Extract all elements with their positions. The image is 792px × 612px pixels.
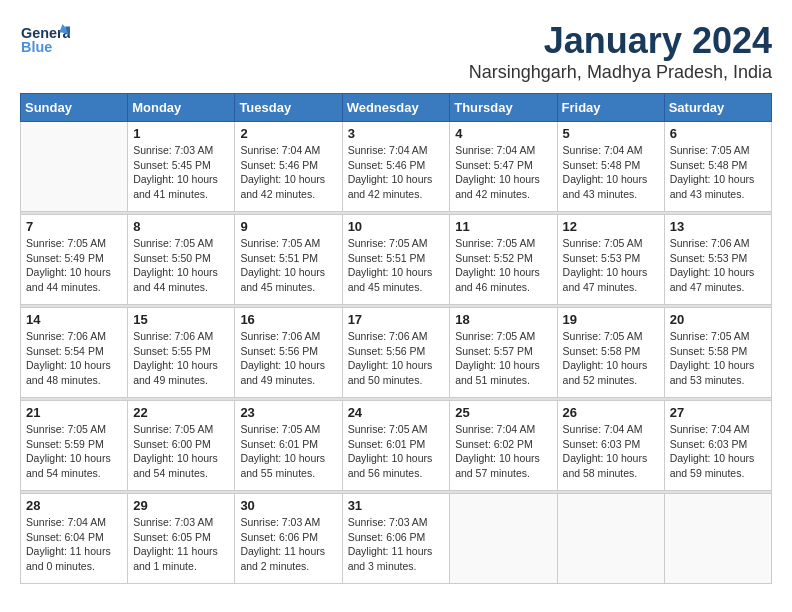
day-number: 12 <box>563 219 659 234</box>
header-thursday: Thursday <box>450 94 557 122</box>
day-number: 3 <box>348 126 445 141</box>
cell-info: Sunrise: 7:03 AMSunset: 6:06 PMDaylight:… <box>240 515 336 574</box>
cell-info: Sunrise: 7:05 AMSunset: 5:52 PMDaylight:… <box>455 236 551 295</box>
day-number: 13 <box>670 219 766 234</box>
cell-info: Sunrise: 7:03 AMSunset: 6:06 PMDaylight:… <box>348 515 445 574</box>
table-row: 25 Sunrise: 7:04 AMSunset: 6:02 PMDaylig… <box>450 401 557 491</box>
day-number: 21 <box>26 405 122 420</box>
table-row: 15 Sunrise: 7:06 AMSunset: 5:55 PMDaylig… <box>128 308 235 398</box>
cell-info: Sunrise: 7:05 AMSunset: 5:50 PMDaylight:… <box>133 236 229 295</box>
table-row: 27 Sunrise: 7:04 AMSunset: 6:03 PMDaylig… <box>664 401 771 491</box>
day-number: 1 <box>133 126 229 141</box>
cell-info: Sunrise: 7:04 AMSunset: 5:46 PMDaylight:… <box>240 143 336 202</box>
table-row: 19 Sunrise: 7:05 AMSunset: 5:58 PMDaylig… <box>557 308 664 398</box>
day-number: 17 <box>348 312 445 327</box>
cell-info: Sunrise: 7:03 AMSunset: 5:45 PMDaylight:… <box>133 143 229 202</box>
title-section: January 2024 Narsinghgarh, Madhya Prades… <box>469 20 772 83</box>
cell-info: Sunrise: 7:05 AMSunset: 5:53 PMDaylight:… <box>563 236 659 295</box>
day-number: 18 <box>455 312 551 327</box>
table-row: 11 Sunrise: 7:05 AMSunset: 5:52 PMDaylig… <box>450 215 557 305</box>
calendar-subtitle: Narsinghgarh, Madhya Pradesh, India <box>469 62 772 83</box>
day-number: 8 <box>133 219 229 234</box>
cell-info: Sunrise: 7:06 AMSunset: 5:55 PMDaylight:… <box>133 329 229 388</box>
cell-info: Sunrise: 7:05 AMSunset: 6:01 PMDaylight:… <box>240 422 336 481</box>
table-row: 29 Sunrise: 7:03 AMSunset: 6:05 PMDaylig… <box>128 494 235 584</box>
day-number: 15 <box>133 312 229 327</box>
table-row: 14 Sunrise: 7:06 AMSunset: 5:54 PMDaylig… <box>21 308 128 398</box>
cell-info: Sunrise: 7:06 AMSunset: 5:56 PMDaylight:… <box>348 329 445 388</box>
table-row: 17 Sunrise: 7:06 AMSunset: 5:56 PMDaylig… <box>342 308 450 398</box>
table-row: 2 Sunrise: 7:04 AMSunset: 5:46 PMDayligh… <box>235 122 342 212</box>
day-number: 16 <box>240 312 336 327</box>
cell-info: Sunrise: 7:04 AMSunset: 5:48 PMDaylight:… <box>563 143 659 202</box>
svg-text:Blue: Blue <box>21 39 52 55</box>
day-number: 30 <box>240 498 336 513</box>
header-tuesday: Tuesday <box>235 94 342 122</box>
calendar-title: January 2024 <box>469 20 772 62</box>
day-number: 6 <box>670 126 766 141</box>
table-row: 4 Sunrise: 7:04 AMSunset: 5:47 PMDayligh… <box>450 122 557 212</box>
table-row: 31 Sunrise: 7:03 AMSunset: 6:06 PMDaylig… <box>342 494 450 584</box>
header-monday: Monday <box>128 94 235 122</box>
table-row: 12 Sunrise: 7:05 AMSunset: 5:53 PMDaylig… <box>557 215 664 305</box>
day-number: 24 <box>348 405 445 420</box>
cell-info: Sunrise: 7:04 AMSunset: 5:46 PMDaylight:… <box>348 143 445 202</box>
cell-info: Sunrise: 7:05 AMSunset: 5:57 PMDaylight:… <box>455 329 551 388</box>
day-number: 28 <box>26 498 122 513</box>
table-row: 10 Sunrise: 7:05 AMSunset: 5:51 PMDaylig… <box>342 215 450 305</box>
table-row: 30 Sunrise: 7:03 AMSunset: 6:06 PMDaylig… <box>235 494 342 584</box>
cell-info: Sunrise: 7:05 AMSunset: 5:51 PMDaylight:… <box>348 236 445 295</box>
table-row: 1 Sunrise: 7:03 AMSunset: 5:45 PMDayligh… <box>128 122 235 212</box>
table-row: 21 Sunrise: 7:05 AMSunset: 5:59 PMDaylig… <box>21 401 128 491</box>
cell-info: Sunrise: 7:05 AMSunset: 5:59 PMDaylight:… <box>26 422 122 481</box>
cell-info: Sunrise: 7:04 AMSunset: 6:02 PMDaylight:… <box>455 422 551 481</box>
calendar-table: Sunday Monday Tuesday Wednesday Thursday… <box>20 93 772 584</box>
day-number: 22 <box>133 405 229 420</box>
day-number: 20 <box>670 312 766 327</box>
day-number: 19 <box>563 312 659 327</box>
day-number: 7 <box>26 219 122 234</box>
table-row: 8 Sunrise: 7:05 AMSunset: 5:50 PMDayligh… <box>128 215 235 305</box>
logo-icon: General Blue <box>20 20 70 60</box>
table-row: 18 Sunrise: 7:05 AMSunset: 5:57 PMDaylig… <box>450 308 557 398</box>
cell-info: Sunrise: 7:05 AMSunset: 5:49 PMDaylight:… <box>26 236 122 295</box>
table-row: 3 Sunrise: 7:04 AMSunset: 5:46 PMDayligh… <box>342 122 450 212</box>
table-row: 24 Sunrise: 7:05 AMSunset: 6:01 PMDaylig… <box>342 401 450 491</box>
page-header: General Blue January 2024 Narsinghgarh, … <box>20 20 772 83</box>
calendar-week-row: 28 Sunrise: 7:04 AMSunset: 6:04 PMDaylig… <box>21 494 772 584</box>
day-number: 14 <box>26 312 122 327</box>
calendar-week-row: 21 Sunrise: 7:05 AMSunset: 5:59 PMDaylig… <box>21 401 772 491</box>
table-row <box>557 494 664 584</box>
cell-info: Sunrise: 7:05 AMSunset: 5:58 PMDaylight:… <box>563 329 659 388</box>
cell-info: Sunrise: 7:06 AMSunset: 5:53 PMDaylight:… <box>670 236 766 295</box>
table-row <box>664 494 771 584</box>
day-number: 4 <box>455 126 551 141</box>
day-number: 29 <box>133 498 229 513</box>
day-number: 31 <box>348 498 445 513</box>
cell-info: Sunrise: 7:05 AMSunset: 6:01 PMDaylight:… <box>348 422 445 481</box>
cell-info: Sunrise: 7:06 AMSunset: 5:56 PMDaylight:… <box>240 329 336 388</box>
cell-info: Sunrise: 7:04 AMSunset: 6:04 PMDaylight:… <box>26 515 122 574</box>
calendar-week-row: 7 Sunrise: 7:05 AMSunset: 5:49 PMDayligh… <box>21 215 772 305</box>
day-number: 10 <box>348 219 445 234</box>
header-sunday: Sunday <box>21 94 128 122</box>
table-row: 5 Sunrise: 7:04 AMSunset: 5:48 PMDayligh… <box>557 122 664 212</box>
day-number: 2 <box>240 126 336 141</box>
header-friday: Friday <box>557 94 664 122</box>
cell-info: Sunrise: 7:06 AMSunset: 5:54 PMDaylight:… <box>26 329 122 388</box>
cell-info: Sunrise: 7:04 AMSunset: 6:03 PMDaylight:… <box>670 422 766 481</box>
day-number: 5 <box>563 126 659 141</box>
table-row: 6 Sunrise: 7:05 AMSunset: 5:48 PMDayligh… <box>664 122 771 212</box>
cell-info: Sunrise: 7:03 AMSunset: 6:05 PMDaylight:… <box>133 515 229 574</box>
table-row: 7 Sunrise: 7:05 AMSunset: 5:49 PMDayligh… <box>21 215 128 305</box>
header-wednesday: Wednesday <box>342 94 450 122</box>
cell-info: Sunrise: 7:05 AMSunset: 5:48 PMDaylight:… <box>670 143 766 202</box>
table-row: 22 Sunrise: 7:05 AMSunset: 6:00 PMDaylig… <box>128 401 235 491</box>
cell-info: Sunrise: 7:05 AMSunset: 5:58 PMDaylight:… <box>670 329 766 388</box>
day-number: 26 <box>563 405 659 420</box>
calendar-week-row: 1 Sunrise: 7:03 AMSunset: 5:45 PMDayligh… <box>21 122 772 212</box>
table-row: 9 Sunrise: 7:05 AMSunset: 5:51 PMDayligh… <box>235 215 342 305</box>
table-row: 23 Sunrise: 7:05 AMSunset: 6:01 PMDaylig… <box>235 401 342 491</box>
table-row: 16 Sunrise: 7:06 AMSunset: 5:56 PMDaylig… <box>235 308 342 398</box>
day-number: 27 <box>670 405 766 420</box>
